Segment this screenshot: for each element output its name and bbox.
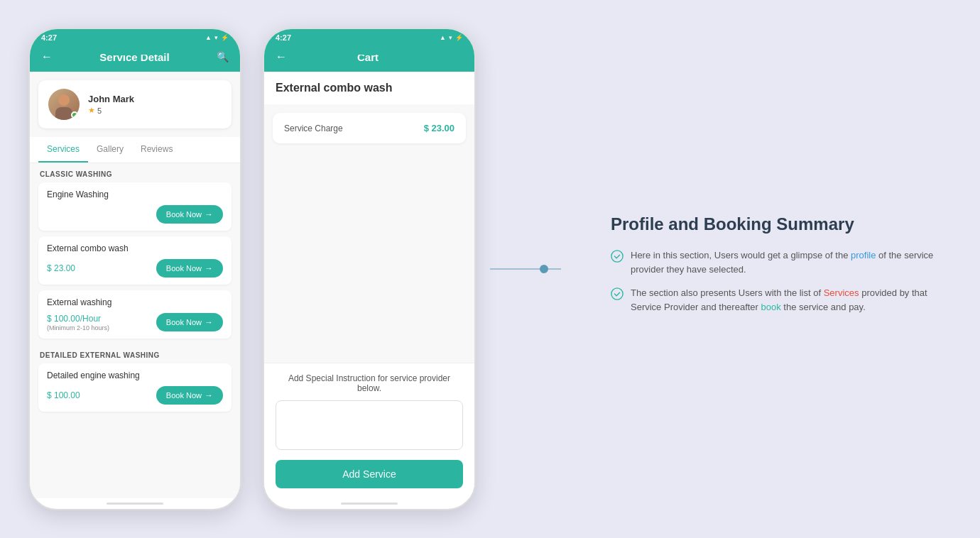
book-engine-washing-button[interactable]: Book Now → (156, 205, 223, 224)
instruction-title: Add Special Instruction for service prov… (276, 373, 463, 393)
tab-reviews[interactable]: Reviews (132, 137, 181, 163)
add-service-button[interactable]: Add Service (276, 460, 463, 488)
tabs-bar: Services Gallery Reviews (30, 137, 240, 163)
panel-text-1: Here in this section, Users would get a … (631, 248, 952, 276)
arrow-icon-3: → (205, 317, 213, 327)
back-button-1[interactable]: ← (41, 50, 53, 63)
panel-title: Profile and Booking Summary (611, 214, 952, 234)
service-external-washing: External washing $ 100.00/Hour (Minimum … (38, 290, 232, 339)
highlight-book: book (761, 302, 781, 312)
service-detailed-engine: Detailed engine washing $ 100.00 Book No… (38, 363, 232, 412)
section-classic-title: CLASSIC WASHING (30, 163, 240, 182)
service-engine-washing-name: Engine Washing (47, 190, 223, 199)
arrow-icon-2: → (205, 263, 213, 273)
phone-1: 4:27 ▲ ▾ ⚡ ← Service Detail 🔍 (28, 28, 241, 510)
avatar-head (58, 94, 70, 106)
highlight-profile: profile (851, 250, 876, 260)
service-combo-bottom: $ 23.00 Book Now → (47, 259, 223, 278)
home-indicator-2 (341, 503, 398, 505)
tab-services[interactable]: Services (38, 137, 88, 163)
instruction-textarea[interactable] (276, 400, 463, 450)
service-external-combo-name: External combo wash (47, 243, 223, 253)
avatar-body (55, 107, 72, 120)
phone-2: 4:27 ▲ ▾ ⚡ ← Cart External combo wash Se… (263, 28, 476, 510)
phone-2-content: External combo wash Service Charge $ 23.… (264, 72, 474, 498)
service-external-washing-name: External washing (47, 297, 223, 307)
service-engine-washing: Engine Washing Book Now → (38, 182, 232, 231)
charge-row: Service Charge $ 23.00 (284, 123, 454, 133)
signal-icon: ▲ (205, 34, 212, 41)
service-external-combo: External combo wash $ 23.00 Book Now → (38, 236, 232, 285)
instruction-section: Add Special Instruction for service prov… (264, 363, 474, 498)
svg-point-1 (611, 288, 623, 300)
arrow-icon: → (205, 209, 213, 219)
svg-point-0 (611, 251, 623, 262)
service-external-price-sub: (Minimum 2-10 hours) (47, 324, 109, 331)
profile-card: John Mark ★ 5 (38, 80, 232, 128)
charge-label: Service Charge (284, 123, 343, 133)
service-external-price: $ 100.00/Hour (47, 314, 109, 324)
spacer (264, 152, 474, 363)
star-icon: ★ (88, 106, 95, 115)
status-time-1: 4:27 (41, 33, 57, 42)
star-count: 5 (97, 106, 102, 115)
panel-item-2: The section also presents Users with the… (611, 286, 952, 314)
back-button-2[interactable]: ← (276, 50, 287, 63)
service-external-bottom: $ 100.00/Hour (Minimum 2-10 hours) Book … (47, 313, 223, 331)
wifi-icon-2: ▾ (449, 34, 452, 41)
service-charge-card: Service Charge $ 23.00 (273, 113, 466, 143)
status-time-2: 4:27 (276, 33, 291, 42)
phone-1-content: John Mark ★ 5 Services Gallery Reviews C… (30, 72, 240, 498)
book-combo-button[interactable]: Book Now → (156, 259, 223, 278)
highlight-services: Services (824, 287, 859, 298)
notch-2 (341, 45, 398, 55)
service-combo-price: $ 23.00 (47, 263, 75, 273)
cart-title-section: External combo wash (264, 72, 474, 104)
profile-name: John Mark (88, 94, 222, 104)
cart-title: External combo wash (276, 82, 463, 94)
book-detailed-button[interactable]: Book Now → (156, 386, 223, 405)
status-bar-2: 4:27 ▲ ▾ ⚡ (264, 29, 474, 45)
status-bar-1: 4:27 ▲ ▾ ⚡ (30, 29, 240, 45)
battery-icon: ⚡ (221, 34, 229, 41)
search-icon-1[interactable]: 🔍 (217, 51, 229, 62)
battery-icon-2: ⚡ (455, 34, 463, 41)
section-detailed-title: DETAILED EXTERNAL WASHING (30, 344, 240, 363)
avatar (48, 89, 80, 120)
tab-gallery[interactable]: Gallery (88, 137, 132, 163)
panel-item-1: Here in this section, Users would get a … (611, 248, 952, 276)
check-icon-2 (611, 287, 624, 300)
online-indicator (71, 111, 78, 119)
book-external-button[interactable]: Book Now → (156, 313, 223, 331)
service-detailed-price: $ 100.00 (47, 390, 80, 400)
notch-1 (107, 45, 163, 55)
profile-info: John Mark ★ 5 (88, 94, 222, 115)
check-icon-1 (611, 250, 624, 263)
rating-stars: ★ 5 (88, 106, 222, 115)
wifi-icon: ▾ (214, 34, 218, 41)
connector-line (490, 268, 561, 270)
service-detailed-engine-name: Detailed engine washing (47, 370, 223, 380)
status-icons-2: ▲ ▾ ⚡ (440, 34, 463, 41)
status-icons-1: ▲ ▾ ⚡ (205, 34, 229, 41)
service-engine-bottom: Book Now → (47, 205, 223, 224)
right-panel: Profile and Booking Summary Here in this… (611, 214, 952, 324)
service-detailed-bottom: $ 100.00 Book Now → (47, 386, 223, 405)
home-indicator-1 (107, 503, 163, 505)
connector-dot (540, 265, 548, 273)
charge-amount: $ 23.00 (424, 123, 454, 133)
panel-text-2: The section also presents Users with the… (631, 286, 952, 314)
signal-icon-2: ▲ (440, 34, 446, 41)
arrow-icon-4: → (205, 390, 213, 400)
